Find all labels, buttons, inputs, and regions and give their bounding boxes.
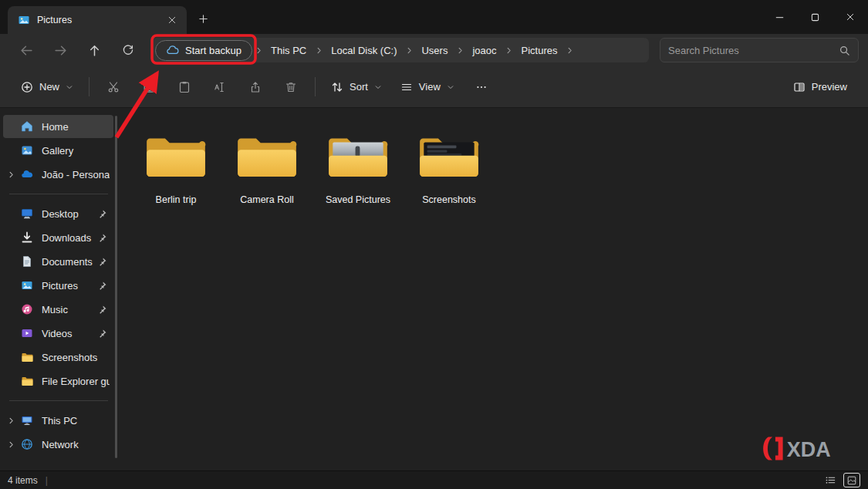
new-button-label: New — [39, 81, 59, 93]
new-button[interactable]: New — [12, 73, 82, 101]
sidebar-item-file-explorer-gui[interactable]: File Explorer gui — [3, 369, 113, 393]
thumbnail-view-button[interactable] — [843, 473, 860, 487]
file-explorer-window: Pictures Start backup This PCLocal Disk … — [0, 0, 868, 489]
desktop-icon — [19, 207, 35, 220]
sidebar-item-downloads[interactable]: Downloads — [3, 226, 113, 249]
folder-name: Screenshots — [422, 194, 475, 205]
maximize-button[interactable] — [797, 0, 833, 34]
paste-button[interactable] — [167, 73, 201, 101]
preview-button[interactable]: Preview — [785, 73, 856, 101]
xda-logo: XDA — [757, 436, 848, 461]
sidebar-item-label: This PC — [42, 415, 110, 427]
main-area: HomeGalleryJoão - PersonalDesktopDownloa… — [0, 108, 868, 470]
sidebar-divider — [9, 400, 108, 401]
new-tab-button[interactable] — [191, 7, 214, 30]
folder-icon — [325, 130, 391, 183]
sidebar-item-videos[interactable]: Videos — [3, 322, 113, 345]
sidebar-item-network[interactable]: Network — [3, 433, 113, 456]
breadcrumb-item-this-pc[interactable]: This PC — [265, 40, 312, 60]
view-button[interactable]: View — [392, 73, 463, 101]
item-count: 4 items — [8, 475, 38, 486]
pin-icon — [97, 209, 110, 219]
pin-icon — [97, 305, 110, 315]
view-button-label: View — [419, 81, 441, 93]
sidebar: HomeGalleryJoão - PersonalDesktopDownloa… — [0, 108, 117, 470]
more-button[interactable] — [464, 73, 498, 101]
cloud-sync-icon — [166, 44, 179, 57]
folder-art — [325, 130, 391, 186]
folder-name: Camera Roll — [240, 194, 293, 205]
breadcrumb-item-joaoc[interactable]: joaoc — [466, 40, 502, 60]
sidebar-item-home[interactable]: Home — [3, 115, 113, 138]
command-toolbar: New Sort View Preview — [0, 66, 868, 108]
breadcrumb-item-pictures[interactable]: Pictures — [515, 40, 564, 60]
folder-tile-berlin-trip[interactable]: Berlin trip — [139, 130, 213, 205]
delete-button[interactable] — [274, 73, 308, 101]
sidebar-item-documents[interactable]: Documents — [3, 250, 113, 273]
sidebar-item-label: Videos — [42, 328, 97, 339]
chevron-right-icon — [3, 440, 19, 449]
breadcrumb: This PCLocal Disk (C:)UsersjoaocPictures — [252, 38, 576, 62]
sidebar-item-label: Music — [42, 304, 97, 315]
sidebar-divider — [9, 194, 108, 194]
tab-pictures[interactable]: Pictures — [8, 6, 187, 34]
forward-button[interactable] — [43, 37, 77, 63]
sidebar-item-pictures[interactable]: Pictures — [3, 274, 113, 297]
sort-button-label: Sort — [350, 81, 368, 93]
toolbar-actions — [96, 73, 308, 101]
preview-button-label: Preview — [812, 81, 847, 93]
minimize-button[interactable] — [762, 0, 797, 34]
back-button[interactable] — [9, 37, 43, 63]
folder-tile-saved-pictures[interactable]: Saved Pictures — [321, 130, 395, 205]
breadcrumb-chevron-icon — [312, 46, 325, 55]
pin-icon — [97, 281, 110, 291]
sort-button[interactable]: Sort — [323, 73, 390, 101]
sidebar-item-label: File Explorer gui — [42, 376, 110, 387]
breadcrumb-item-users[interactable]: Users — [415, 40, 454, 60]
folder-icon — [19, 375, 35, 387]
content-area: Berlin trip Camera Roll Saved Pictures S… — [117, 108, 868, 470]
breadcrumb-chevron-icon — [563, 46, 576, 55]
xda-text: XDA — [787, 438, 831, 461]
folder-tile-camera-roll[interactable]: Camera Roll — [230, 130, 304, 205]
details-view-button[interactable] — [822, 473, 839, 487]
sidebar-item-jo-o-personal[interactable]: João - Personal — [3, 163, 113, 186]
folder-art — [416, 130, 482, 186]
start-backup-button[interactable]: Start backup — [155, 40, 252, 61]
folder-icon — [19, 351, 35, 363]
cut-button[interactable] — [96, 73, 130, 101]
sidebar-item-screenshots[interactable]: Screenshots — [3, 346, 113, 369]
rename-button[interactable] — [203, 73, 237, 101]
downloads-icon — [19, 231, 35, 244]
sidebar-item-gallery[interactable]: Gallery — [3, 139, 113, 162]
sidebar-item-label: Screenshots — [42, 352, 110, 363]
breadcrumb-chevron-icon — [454, 46, 466, 55]
folder-art — [234, 130, 300, 186]
up-button[interactable] — [77, 37, 111, 63]
address-bar[interactable]: Start backup This PCLocal Disk (C:)Users… — [151, 38, 649, 62]
pictures-icon — [19, 279, 35, 292]
folder-tile-screenshots[interactable]: Screenshots — [412, 130, 486, 205]
refresh-button[interactable] — [111, 37, 145, 63]
breadcrumb-item-local-disk-c[interactable]: Local Disk (C:) — [325, 40, 403, 60]
folder-icon — [416, 130, 482, 183]
sidebar-item-desktop[interactable]: Desktop — [3, 202, 113, 225]
window-controls — [762, 0, 868, 34]
sort-icon — [331, 81, 343, 93]
folder-grid: Berlin trip Camera Roll Saved Pictures S… — [139, 130, 868, 205]
sidebar-item-this-pc[interactable]: This PC — [3, 409, 113, 432]
tab-close-button[interactable] — [164, 12, 181, 29]
toolbar-divider — [315, 77, 316, 96]
folder-art — [143, 130, 209, 186]
folder-name: Saved Pictures — [326, 194, 390, 205]
share-button[interactable] — [238, 73, 272, 101]
chevron-down-icon — [447, 83, 454, 91]
folder-icon — [143, 130, 209, 183]
copy-button[interactable] — [132, 73, 166, 101]
close-button[interactable] — [833, 0, 868, 34]
sidebar-item-music[interactable]: Music — [3, 298, 113, 321]
search-input[interactable] — [668, 45, 833, 56]
search-box — [660, 38, 859, 62]
sidebar-item-label: João - Personal — [42, 169, 110, 180]
onedrive-icon — [19, 168, 35, 180]
